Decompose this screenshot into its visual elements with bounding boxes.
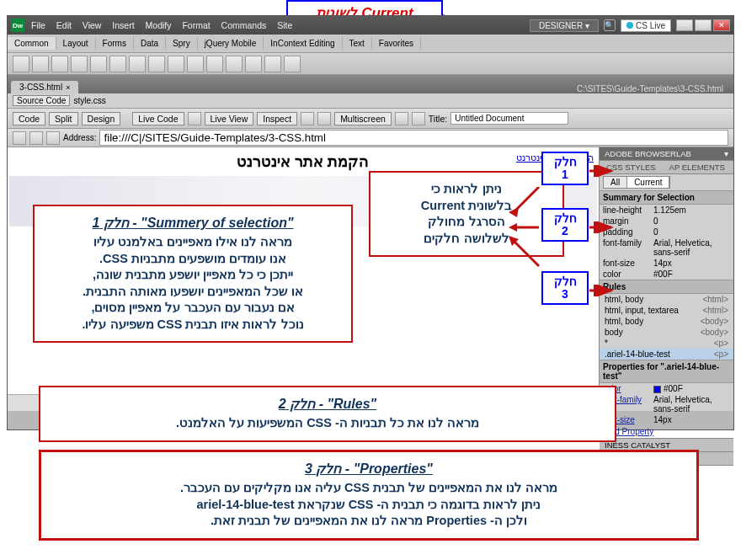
rule-row[interactable]: html, body<body>: [600, 316, 733, 327]
arrow-icon: [509, 221, 542, 233]
svg-line-6: [514, 241, 539, 266]
prop-row[interactable]: font-size14px: [600, 414, 733, 425]
insert-tab-layout[interactable]: Layout: [56, 37, 96, 50]
insert-tab-ice[interactable]: InContext Editing: [264, 37, 342, 50]
annotation-rules: חלק 2 - "Rules" מראה לנו את כל תבניות ה-…: [39, 386, 616, 442]
color-swatch-icon[interactable]: [653, 386, 661, 393]
workspace-switcher[interactable]: DESIGNER ▾: [530, 19, 599, 32]
tool-icon[interactable]: [129, 56, 146, 72]
menu-view[interactable]: View: [83, 20, 102, 30]
minimize-button[interactable]: —: [676, 19, 693, 31]
rule-row[interactable]: html, input, textarea<html>: [600, 305, 733, 316]
summary-row[interactable]: margin0: [600, 216, 733, 227]
browserlab-panel-title[interactable]: ADOBE BROWSERLAB▾: [600, 147, 733, 160]
tool-icon[interactable]: [51, 56, 68, 72]
source-code-button[interactable]: Source Code: [13, 95, 70, 106]
arrow-icon: [509, 236, 542, 269]
insert-tab-spry[interactable]: Spry: [166, 37, 198, 50]
rule-row[interactable]: .ariel-14-blue-test<p>: [600, 349, 733, 360]
arrow-icon: [509, 187, 542, 221]
tool-icon[interactable]: [264, 56, 281, 72]
css-current-tab[interactable]: Current: [627, 177, 669, 188]
tool-icon[interactable]: [395, 112, 408, 125]
part-badge-2: חלק2: [541, 208, 589, 242]
part-badge-1: חלק1: [541, 152, 589, 185]
tool-icon[interactable]: [168, 56, 184, 72]
tool-icon[interactable]: [13, 56, 29, 72]
cs-live-button[interactable]: CS Live: [621, 19, 671, 32]
summary-row[interactable]: font-familyArial, Helvetica, sans-serif: [600, 237, 733, 258]
insert-tab-text[interactable]: Text: [343, 37, 372, 50]
tab-close-icon[interactable]: ×: [66, 83, 70, 92]
summary-row[interactable]: color#00F: [600, 269, 733, 280]
insert-tab-jquery[interactable]: jQuery Mobile: [198, 37, 264, 50]
address-label: Address:: [63, 133, 96, 142]
view-design-button[interactable]: Design: [82, 112, 121, 125]
prop-row[interactable]: color#00F: [600, 383, 733, 394]
menu-insert[interactable]: Insert: [112, 20, 134, 30]
rule-row[interactable]: body<body>: [600, 327, 733, 338]
rule-row[interactable]: *<p>: [600, 338, 733, 349]
summary-row[interactable]: padding0: [600, 227, 733, 237]
tool-icon[interactable]: [32, 56, 49, 72]
document-title-input[interactable]: [450, 112, 568, 125]
tool-icon[interactable]: [90, 56, 107, 72]
prop-row[interactable]: font-familyArial, Helvetica, sans-serif: [600, 394, 733, 414]
address-input[interactable]: [99, 130, 728, 146]
related-file-css[interactable]: style.css: [73, 96, 105, 105]
close-button[interactable]: ✕: [713, 19, 730, 31]
home-icon[interactable]: [46, 131, 60, 145]
ap-elements-tab[interactable]: AP ELEMENTS: [663, 161, 732, 173]
menu-edit[interactable]: Edit: [56, 20, 72, 30]
menu-format[interactable]: Format: [182, 20, 210, 30]
css-mode-switch: All Current: [603, 176, 670, 189]
insert-tab-favorites[interactable]: Favorites: [372, 37, 421, 50]
tool-icon[interactable]: [245, 56, 262, 72]
summary-row[interactable]: line-height1.125em: [600, 205, 733, 216]
add-property-link[interactable]: Add Property: [600, 425, 733, 438]
tool-icon[interactable]: [206, 56, 223, 72]
arrow-icon: [589, 165, 615, 177]
summary-section-head: Summary for Selection: [600, 190, 733, 205]
nav-back-icon[interactable]: [13, 131, 26, 145]
tool-icon[interactable]: [284, 56, 301, 72]
insert-tab-common[interactable]: Common: [8, 37, 56, 50]
menu-site[interactable]: Site: [277, 20, 292, 30]
insert-tab-data[interactable]: Data: [134, 37, 166, 50]
maximize-button[interactable]: ▭: [695, 19, 712, 31]
menu-file[interactable]: File: [31, 20, 45, 30]
tool-icon[interactable]: [148, 56, 165, 72]
live-view-button[interactable]: Live View: [205, 112, 254, 125]
document-tab[interactable]: 3-CSS.html×: [11, 81, 78, 93]
tool-icon[interactable]: [317, 112, 331, 125]
dreamweaver-logo: Dw: [11, 19, 24, 32]
live-code-button[interactable]: Live Code: [132, 112, 184, 125]
menu-modify[interactable]: Modify: [146, 20, 172, 30]
nav-fwd-icon[interactable]: [29, 131, 43, 145]
rules-section-head: Rules: [600, 280, 733, 294]
view-split-button[interactable]: Split: [49, 112, 77, 125]
tool-icon[interactable]: [412, 112, 425, 125]
tool-icon[interactable]: [187, 56, 204, 72]
inspect-button[interactable]: Inspect: [257, 112, 297, 125]
multiscreen-button[interactable]: Multiscreen: [334, 112, 392, 125]
tool-icon[interactable]: [109, 56, 126, 72]
menu-bar: File Edit View Insert Modify Format Comm…: [31, 20, 301, 30]
tool-icon[interactable]: [301, 112, 314, 125]
tool-icon[interactable]: [188, 112, 201, 125]
part-badge-3: חלק3: [541, 271, 589, 305]
panel-dock: ADOBE BROWSERLAB▾ CSS STYLES AP ELEMENTS…: [599, 147, 733, 411]
search-icon[interactable]: 🔍: [604, 19, 616, 31]
insert-bar: Common Layout Forms Data Spry jQuery Mob…: [8, 35, 733, 53]
view-code-button[interactable]: Code: [13, 112, 45, 125]
insert-tab-forms[interactable]: Forms: [96, 37, 134, 50]
menu-commands[interactable]: Commands: [221, 20, 267, 30]
title-label: Title:: [429, 114, 447, 124]
tool-icon[interactable]: [71, 56, 88, 72]
annotation-summary: חלק 1 - "Summery of selection" מראה לנו …: [33, 205, 353, 343]
tool-icon[interactable]: [226, 56, 243, 72]
summary-row[interactable]: font-size14px: [600, 258, 733, 269]
address-bar: Address:: [8, 129, 733, 147]
css-all-tab[interactable]: All: [604, 177, 627, 188]
rule-row[interactable]: html, body<html>: [600, 294, 733, 305]
